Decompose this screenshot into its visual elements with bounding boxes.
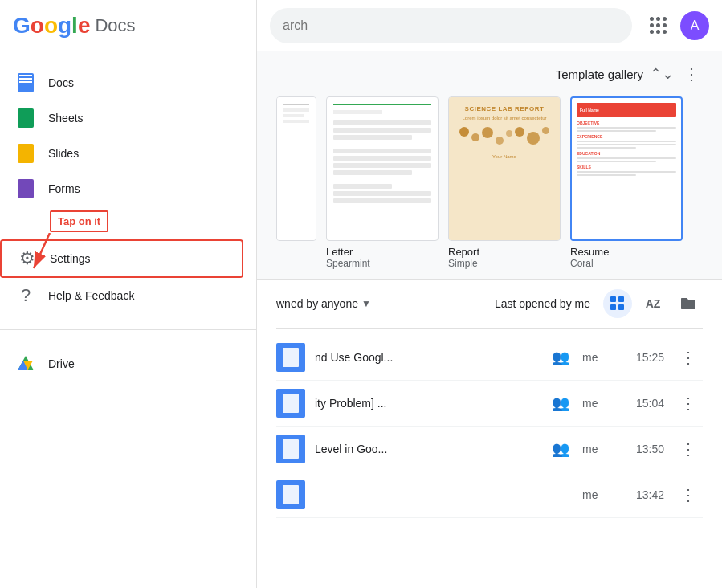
template-gallery-toggle[interactable]: ⌃⌄	[650, 65, 674, 83]
doc-owner: me	[582, 397, 614, 410]
template-thumb-report: SCIENCE LAB REPORT Lorem ipsum dolor sit…	[448, 96, 561, 241]
shared-icon: 👥	[552, 349, 569, 366]
grid-dots-icon	[650, 17, 667, 34]
doc-owner: me	[582, 351, 614, 364]
user-avatar[interactable]: A	[680, 11, 709, 40]
table-row[interactable]: 👥 me 13:42 ⋮	[276, 472, 703, 518]
sheets-icon	[16, 108, 35, 128]
doc-file-icon	[276, 435, 305, 463]
template-card-letter[interactable]: Letter Spearmint	[326, 96, 439, 269]
top-bar-actions: A	[642, 10, 709, 42]
letter-template-name: Letter	[326, 246, 353, 258]
doc-time: 15:25	[624, 351, 664, 364]
sidebar-item-forms[interactable]: Forms	[0, 171, 243, 206]
nav-gap-3	[0, 313, 256, 326]
sidebar-header: Google Docs	[0, 0, 256, 51]
sidebar-item-help[interactable]: ? Help & Feedback	[0, 278, 243, 313]
search-bar[interactable]	[270, 8, 632, 43]
sort-az-button[interactable]: AZ	[638, 289, 667, 318]
sidebar-item-drive[interactable]: Drive	[0, 346, 243, 382]
template-card-partial[interactable]	[276, 96, 316, 269]
sidebar-top-divider	[0, 55, 256, 55]
sidebar-help-label: Help & Feedback	[48, 289, 134, 302]
template-thumb-letter	[326, 96, 439, 241]
logo-g-letter: Google	[13, 13, 90, 39]
folder-view-button[interactable]	[674, 289, 703, 318]
nav-gap-4	[0, 333, 256, 346]
table-row[interactable]: nd Use Googl... 👥 me 15:25 ⋮	[276, 335, 703, 381]
main-content: A Template gallery ⌃⌄ ⋮	[257, 0, 722, 588]
table-row[interactable]: ity Problem] ... 👥 me 15:04 ⋮	[276, 381, 703, 427]
svg-rect-8	[618, 304, 624, 310]
sidebar-item-settings[interactable]: Tap on it ⚙ Settings	[0, 239, 243, 278]
toolbar-icons: AZ	[603, 289, 703, 318]
template-gallery-header: Template gallery ⌃⌄ ⋮	[276, 61, 703, 87]
doc-time: 13:50	[624, 443, 664, 455]
slides-icon	[16, 144, 35, 163]
template-gallery-section: Template gallery ⌃⌄ ⋮	[257, 51, 722, 280]
doc-list: nd Use Googl... 👥 me 15:25 ⋮ ity Problem…	[276, 335, 703, 518]
doc-title: nd Use Googl...	[315, 351, 542, 364]
doc-file-icon	[276, 343, 305, 372]
template-card-report[interactable]: SCIENCE LAB REPORT Lorem ipsum dolor sit…	[448, 96, 561, 269]
doc-list-toolbar: wned by anyone ▼ Last opened by me AZ	[276, 280, 703, 329]
annotation-arrow	[26, 233, 74, 272]
report-template-name: Report	[448, 246, 479, 258]
template-thumb-resume: Full Name OBJECTIVE EXPERIENCE EDUCATION…	[570, 96, 683, 241]
sidebar-slides-label: Slides	[48, 147, 79, 160]
sort-label: Last opened by me	[495, 297, 590, 310]
apps-grid-button[interactable]	[642, 10, 674, 42]
report-title-text: SCIENCE LAB REPORT	[465, 105, 545, 112]
svg-rect-7	[610, 304, 616, 310]
doc-file-icon	[276, 389, 305, 418]
doc-title: ity Problem] ...	[315, 397, 542, 410]
sidebar-bot-divider	[0, 329, 256, 330]
resume-template-name: Resume	[570, 246, 609, 258]
doc-file-icon	[276, 480, 305, 509]
shared-icon: 👥	[552, 440, 569, 458]
help-icon: ?	[16, 286, 35, 305]
doc-more-button[interactable]: ⋮	[674, 389, 703, 418]
table-row[interactable]: Level in Goo... 👥 me 13:50 ⋮	[276, 427, 703, 472]
shared-icon: 👥	[552, 394, 569, 412]
sidebar: Google Docs Docs Sheets Slides	[0, 0, 257, 588]
letter-template-subname: Spearmint	[326, 258, 370, 269]
doc-more-button[interactable]: ⋮	[674, 343, 703, 372]
svg-rect-6	[618, 296, 624, 302]
report-your-name: Your Name	[492, 154, 516, 159]
sidebar-sheets-label: Sheets	[48, 112, 84, 125]
grid-view-button[interactable]	[603, 289, 632, 318]
owned-by-label: wned by anyone	[276, 297, 358, 310]
docs-icon	[16, 73, 35, 92]
forms-icon	[16, 179, 35, 198]
search-input[interactable]	[283, 18, 619, 33]
doc-title: Level in Goo...	[315, 443, 542, 455]
svg-rect-5	[610, 296, 616, 302]
templates-row: Letter Spearmint SCIENCE LAB REPORT Lore…	[276, 96, 703, 269]
sidebar-item-slides[interactable]: Slides	[0, 136, 243, 171]
filter-dropdown-arrow: ▼	[361, 298, 371, 309]
drive-icon	[16, 354, 35, 374]
top-bar: A	[257, 0, 722, 51]
app-title: Docs	[95, 15, 135, 36]
template-gallery-more-button[interactable]: ⋮	[680, 61, 703, 87]
sidebar-docs-label: Docs	[48, 76, 74, 89]
template-card-resume[interactable]: Full Name OBJECTIVE EXPERIENCE EDUCATION…	[570, 96, 683, 269]
owned-by-filter[interactable]: wned by anyone ▼	[276, 297, 371, 310]
nav-gap	[0, 206, 256, 219]
svg-line-1	[34, 233, 50, 268]
doc-time: 15:04	[624, 397, 664, 410]
doc-more-button[interactable]: ⋮	[674, 480, 703, 509]
report-template-subname: Simple	[448, 258, 478, 269]
sidebar-mid-divider	[0, 223, 256, 223]
sidebar-item-sheets[interactable]: Sheets	[0, 100, 243, 136]
doc-time: 13:42	[624, 488, 664, 501]
sidebar-item-docs[interactable]: Docs	[0, 65, 243, 100]
annotation-tap: Tap on it	[50, 210, 108, 232]
doc-owner: me	[582, 443, 614, 455]
template-thumb-partial	[276, 96, 316, 241]
doc-owner: me	[582, 488, 614, 501]
doc-list-section: wned by anyone ▼ Last opened by me AZ	[257, 280, 722, 588]
doc-more-button[interactable]: ⋮	[674, 435, 703, 463]
sidebar-drive-label: Drive	[48, 357, 75, 370]
